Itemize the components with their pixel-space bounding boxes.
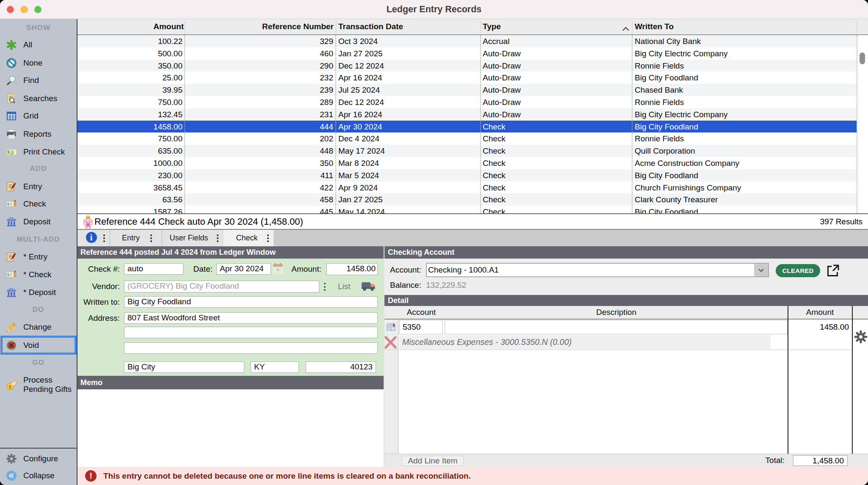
svg-text:$: $ bbox=[7, 272, 10, 277]
svg-text:$: $ bbox=[9, 384, 11, 389]
svg-text:$: $ bbox=[7, 201, 10, 206]
svg-text:$: $ bbox=[7, 149, 10, 154]
